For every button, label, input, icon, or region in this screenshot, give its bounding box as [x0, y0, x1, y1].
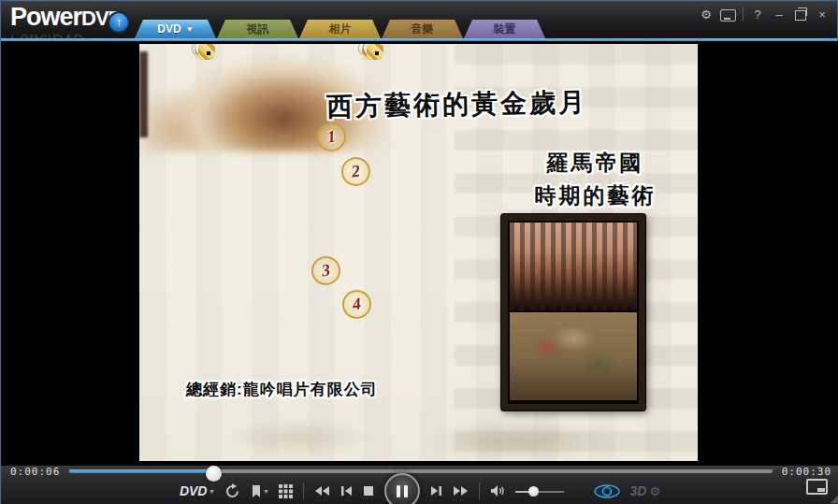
bookmark-icon[interactable]: ▾ — [251, 484, 268, 498]
video-stage: 西方藝術的黃金歲月 羅馬帝國 時期的藝術 母狼哺育一對孿生嬰孩養育長大 1 2 … — [1, 41, 838, 466]
pause-button[interactable] — [384, 473, 420, 504]
dvd-menu-subtitle: 羅馬帝國 時期的藝術 — [527, 147, 663, 212]
tab-dvd[interactable]: DVD▼ — [135, 20, 216, 38]
tv-mode-icon[interactable] — [720, 7, 736, 22]
stone-relief-image: 雕刻於石棺上的圓形浮雕 — [207, 51, 210, 55]
fast-forward-button[interactable] — [453, 485, 469, 497]
faded-bottom-imagery — [177, 410, 663, 461]
settings-gear-icon[interactable]: ⚙ — [699, 7, 714, 22]
volume-slider[interactable] — [515, 486, 564, 497]
chevron-down-icon: ▾ — [210, 487, 213, 496]
grid-menu-icon[interactable] — [279, 484, 293, 498]
seek-fill — [69, 469, 210, 473]
truetheater-eye-icon[interactable] — [594, 484, 620, 498]
titlebar: PowerDVD PowerDVD ↑ DVD▼ 視訊 相片 音樂 裝置 ⚙ ?… — [1, 1, 837, 38]
video-display[interactable]: 西方藝術的黃金歲月 羅馬帝國 時期的藝術 母狼哺育一對孿生嬰孩養育長大 1 2 … — [139, 44, 698, 461]
playback-bar: 0:00:06 0:00:30 DVD▾ ▾ — [1, 466, 838, 504]
volume-icon[interactable] — [490, 484, 505, 497]
seek-bar[interactable] — [69, 469, 772, 473]
help-button[interactable]: ? — [750, 7, 765, 22]
divider — [743, 7, 744, 21]
source-select-button[interactable]: DVD▾ — [180, 483, 214, 498]
powerdvd-window: PowerDVD PowerDVD ↑ DVD▼ 視訊 相片 音樂 裝置 ⚙ ?… — [0, 0, 838, 504]
transport-controls: DVD▾ ▾ — [1, 477, 838, 504]
tab-video[interactable]: 視訊 — [217, 20, 298, 38]
rewind-button[interactable] — [314, 485, 330, 497]
rome-side-panel — [501, 214, 645, 410]
previous-button[interactable] — [340, 485, 353, 497]
close-button[interactable]: × — [815, 7, 830, 22]
dvd-menu-title: 西方藝術的黃金歲月 — [326, 85, 588, 125]
media-tabs: DVD▼ 視訊 相片 音樂 裝置 — [135, 20, 546, 38]
next-button[interactable] — [430, 485, 442, 497]
battle-painting-image — [510, 312, 637, 400]
chapter-3-thumbnail[interactable]: 雕刻於石棺上的圓形浮雕 — [195, 44, 211, 56]
switch-display-button[interactable] — [806, 479, 828, 495]
distributor-text: 總經銷:龍吟唱片有限公司 — [186, 379, 378, 400]
resize-grip[interactable]: ◢ — [831, 493, 838, 504]
3d-settings-gear-icon: ⚙ — [649, 484, 660, 498]
upgrade-button[interactable]: ↑ — [108, 11, 130, 34]
tab-photo[interactable]: 相片 — [299, 20, 381, 38]
up-arrow-icon: ↑ — [116, 16, 122, 29]
divider — [479, 482, 480, 499]
colosseum-interior-image: 競技場內的廣場通常作為鬥劍或鬥獸用途 — [375, 51, 379, 55]
divider — [303, 482, 304, 499]
window-controls: ⚙ ? – × — [699, 7, 830, 22]
total-time: 0:00:30 — [782, 466, 831, 478]
elapsed-time: 0:00:06 — [10, 466, 60, 478]
minimize-button[interactable]: – — [772, 7, 787, 22]
stop-button[interactable] — [363, 485, 374, 497]
chevron-down-icon: ▾ — [265, 487, 268, 496]
colosseum-exterior-image — [510, 223, 637, 310]
chevron-down-icon: ▼ — [186, 25, 194, 34]
chapter-4-thumbnail[interactable]: 競技場內的廣場通常作為鬥劍或鬥獸用途 — [364, 44, 380, 56]
tab-music[interactable]: 音樂 — [382, 20, 463, 38]
3d-mode-button[interactable]: 3D⚙ — [630, 483, 661, 498]
repeat-icon[interactable] — [224, 483, 240, 499]
restore-button[interactable] — [793, 7, 808, 22]
painting-edge — [139, 51, 148, 137]
volume-thumb[interactable] — [528, 486, 539, 497]
tab-device[interactable]: 裝置 — [464, 20, 545, 38]
timeline-row: 0:00:06 0:00:30 — [1, 466, 838, 477]
